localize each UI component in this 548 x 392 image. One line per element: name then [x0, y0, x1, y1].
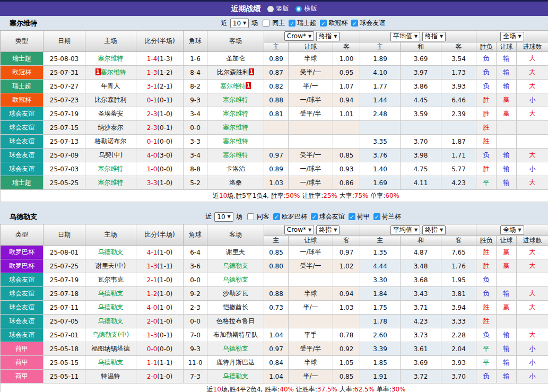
away-team[interactable]: 塞尔维特	[207, 121, 264, 135]
score-cell[interactable]: 1-4(1-3)	[136, 52, 184, 66]
league-filter-checkbox-2[interactable]: ✓	[320, 20, 327, 27]
league-filter-checkbox-4[interactable]: ✓	[373, 213, 380, 220]
same-venue-checkbox[interactable]	[263, 20, 269, 27]
league-filter-checkbox-1[interactable]: ✓	[273, 213, 280, 220]
score-cell[interactable]: 0-1(0-0)	[136, 135, 184, 149]
away-team[interactable]: 塞尔维特	[207, 135, 264, 149]
away-team[interactable]: 沙勒罗瓦	[207, 287, 264, 301]
result-handicap: 输	[497, 52, 517, 66]
away-team[interactable]: 乌德勒支	[207, 259, 264, 273]
radio-icon[interactable]	[267, 6, 274, 12]
home-team[interactable]: 乌德勒支	[85, 301, 136, 315]
score-cell[interactable]: 4-0(1-0)	[136, 301, 184, 315]
score-cell[interactable]: 1-2(1-0)	[136, 287, 184, 301]
corner-count: 9-2	[184, 287, 207, 301]
home-team[interactable]: 塞尔维特	[85, 176, 136, 190]
radio-horizontal-layout[interactable]: 横版	[295, 4, 317, 13]
league-filter-checkbox-3[interactable]: ✓	[349, 213, 355, 220]
away-team[interactable]: 塞尔维特	[207, 149, 264, 162]
score-cell[interactable]: 2-3(1-0)	[136, 107, 184, 121]
score-cell[interactable]: 2-3(0-1)	[136, 121, 184, 135]
team-name: 乌德勒支	[10, 210, 37, 224]
score-cell[interactable]: 2-1(1-0)	[136, 273, 184, 287]
same-venue-checkbox[interactable]	[247, 213, 254, 220]
radio-selected-icon[interactable]	[295, 6, 302, 12]
topbar: 近期战绩 竖版 横版	[0, 0, 548, 16]
score-cell[interactable]: 3-3(1-0)	[136, 176, 184, 190]
away-team[interactable]: 乌德勒支	[207, 273, 264, 287]
league-filter-checkbox-1[interactable]: ✓	[289, 20, 295, 27]
away-team[interactable]: 布加勒斯特星队	[207, 328, 264, 342]
match-date: 25-07-15	[44, 121, 85, 135]
score-cell[interactable]: 1-3(0-1)	[136, 328, 184, 342]
score-cell[interactable]: 1-0(0-0)	[136, 162, 184, 176]
home-team[interactable]: 塞尔维特	[85, 162, 136, 176]
score-cell[interactable]: 3-1(2-1)	[136, 80, 184, 93]
result-goals: 大	[517, 52, 548, 66]
away-team[interactable]: 塞尔维特	[207, 93, 264, 107]
away-team[interactable]: 谢里夫	[207, 246, 264, 259]
away-team[interactable]: 比尔森胜利1	[207, 66, 264, 80]
full-time-score: 1-1	[147, 359, 158, 367]
home-team[interactable]: 1塞尔维特	[85, 66, 136, 80]
score-cell[interactable]: 1-3(1-2)	[136, 66, 184, 80]
odds-handicap	[289, 273, 333, 287]
match-date: 25-07-11	[44, 301, 85, 315]
home-team[interactable]: 比尔森胜利	[85, 93, 136, 107]
average-select[interactable]: 平均值▼	[390, 225, 420, 235]
odds-away: 0.78	[333, 328, 360, 342]
radio-vertical-layout[interactable]: 竖版	[267, 4, 289, 13]
league-filter-checkbox-2[interactable]: ✓	[311, 213, 318, 220]
near-count-select[interactable]: 10▼	[230, 19, 249, 28]
home-team[interactable]: 格勒诺布尔	[85, 135, 136, 149]
home-team[interactable]: 瓦尔韦克	[85, 273, 136, 287]
away-team[interactable]: 塞尔维特	[207, 107, 264, 121]
score-cell[interactable]: 4-1(1-0)	[136, 246, 184, 259]
home-team[interactable]: 特温特	[85, 370, 136, 384]
scope-select[interactable]: 全场▼	[500, 32, 524, 41]
home-team[interactable]: 福图纳锡塔德	[85, 342, 136, 356]
home-team[interactable]: 乌契(中)	[85, 149, 136, 162]
average-select[interactable]: 平均值▼	[390, 32, 420, 41]
away-team[interactable]: 洛桑	[207, 176, 264, 190]
score-cell[interactable]: 0-0(0-0)	[136, 342, 184, 356]
score-cell[interactable]: 2-0(1-0)	[136, 315, 184, 328]
average-stage-select[interactable]: 终指▼	[422, 225, 446, 235]
odds-stage-select[interactable]: 终指▼	[316, 32, 340, 41]
score-cell[interactable]: 2-0(1-0)	[136, 370, 184, 384]
home-team[interactable]: 塞尔维特	[85, 52, 136, 66]
score-cell[interactable]: 4-0(3-0)	[136, 149, 184, 162]
home-team[interactable]: 乌德勒支	[85, 246, 136, 259]
odds-away: 0.85	[333, 149, 360, 162]
league-filter-checkbox-3[interactable]: ✓	[351, 20, 358, 27]
home-team[interactable]: 乌德勒支(中)	[85, 328, 136, 342]
away-team[interactable]: 乌德勒支	[207, 342, 264, 356]
average-stage-select-value: 终指	[425, 32, 438, 41]
score-cell[interactable]: 1-3(1-1)	[136, 259, 184, 273]
summary-text: 近10场,胜5平1负4, 胜率:50% 让胜率:25% 大率:75% 单率:60…	[1, 190, 548, 202]
odds-company-select[interactable]: Crow*▼	[284, 225, 314, 234]
home-team[interactable]: 乌德勒支	[85, 287, 136, 301]
away-team[interactable]: 乌德勒支	[207, 370, 264, 384]
average-stage-select[interactable]: 终指▼	[422, 32, 446, 41]
away-team[interactable]: 鹿特丹斯巴达	[207, 356, 264, 370]
odds-company-select[interactable]: Crow*▼	[284, 31, 314, 41]
odds-away: 0.94	[333, 93, 360, 107]
away-team[interactable]: 恺撒酋长	[207, 301, 264, 315]
away-team[interactable]: 色格拉布鲁日	[207, 315, 264, 328]
away-team[interactable]: 塞尔维特1	[207, 80, 264, 93]
home-team[interactable]: 圣埃蒂安	[85, 107, 136, 121]
home-team[interactable]: 年青人	[85, 80, 136, 93]
away-team[interactable]: 圣加仑	[207, 52, 264, 66]
home-team[interactable]: 纳沙泰尔	[85, 121, 136, 135]
scope-select[interactable]: 全场▼	[500, 225, 524, 235]
home-team[interactable]: 乌德勒支	[85, 315, 136, 328]
home-team[interactable]: 谢里夫(中)	[85, 259, 136, 273]
near-count-select[interactable]: 10▼	[214, 212, 233, 222]
away-team[interactable]: 卡洛治	[207, 162, 264, 176]
score-cell[interactable]: 0-1(0-1)	[136, 93, 184, 107]
home-team[interactable]: 乌德勒支	[85, 356, 136, 370]
odds-stage-select[interactable]: 终指▼	[316, 225, 340, 235]
full-time-score: 2-3	[147, 110, 158, 118]
score-cell[interactable]: 1-1(1-1)	[136, 356, 184, 370]
